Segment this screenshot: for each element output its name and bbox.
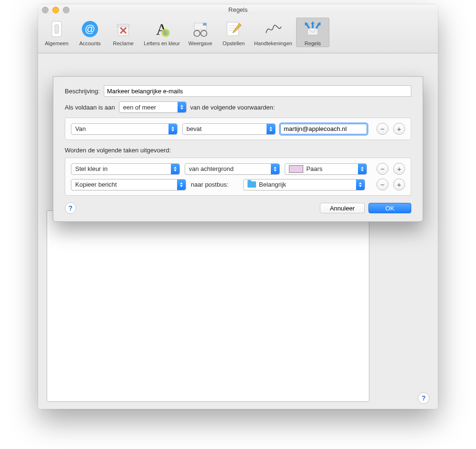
switch-icon [47,20,66,39]
letter-a-color-icon: A [152,20,171,39]
svg-point-13 [201,30,207,37]
prefs-toolbar: Algemeen @ Accounts Reclame [38,15,438,53]
cancel-button[interactable]: Annuleer [320,203,365,213]
remove-condition-button[interactable]: − [377,123,388,135]
titlebar: Regels [38,4,438,15]
rule-edit-sheet: Beschrijving: Als voldaan is aan een of … [53,76,423,222]
action-type-select[interactable]: Stel kleur in [71,163,180,175]
description-label: Beschrijving: [65,88,100,95]
tab-fonts-colors[interactable]: A Letters en kleur [140,18,184,47]
match-mode-select[interactable]: een of meer [119,101,187,113]
conditions-group: Van bevat − + [65,118,411,140]
action-type-select[interactable]: Kopieer bericht [71,179,186,190]
actions-label: Worden de volgende taken uitgevoerd: [65,147,411,154]
tab-general[interactable]: Algemeen [40,18,73,47]
window-title: Regels [228,6,248,13]
tab-composing[interactable]: Opstellen [217,18,250,47]
help-button[interactable]: ? [418,392,429,404]
svg-text:@: @ [85,23,95,35]
close-window-button[interactable] [42,7,49,13]
action-row: Kopieer bericht naar postbus: Belangrijk… [71,179,405,190]
rules-list[interactable] [47,210,369,402]
sheet-help-button[interactable]: ? [65,202,76,214]
svg-rect-5 [117,24,129,27]
description-input[interactable] [104,85,411,97]
action-mailbox-select[interactable]: Belangrijk [243,179,365,190]
actions-group: Stel kleur in van achtergrond Paars − + [65,158,411,196]
folder-icon [248,181,256,188]
action-color-select[interactable]: Paars [285,163,367,175]
glasses-envelope-icon [191,20,210,39]
tab-rules[interactable]: Regels [296,18,329,47]
at-sign-icon: @ [80,20,99,39]
zoom-window-button[interactable] [63,7,69,13]
signature-icon [264,20,283,39]
remove-action-button[interactable]: − [377,163,388,175]
remove-action-button[interactable]: − [377,179,388,190]
rules-arrows-envelope-icon [303,20,322,39]
tab-viewing[interactable]: Weergave [184,18,217,47]
svg-point-9 [161,29,170,37]
tab-signatures[interactable]: Handtekeningen [250,18,296,47]
svg-marker-21 [311,21,314,24]
condition-value-input[interactable] [280,124,367,134]
compose-pencil-icon [224,20,243,39]
add-condition-button[interactable]: + [393,123,405,135]
condition-operator-select[interactable]: bevat [182,123,276,135]
svg-point-12 [194,30,200,37]
svg-rect-1 [55,25,59,33]
action-arg-select[interactable]: van achtergrond [185,163,280,175]
conditions-prefix: Als voldaan is aan [65,104,115,111]
junk-bin-icon [114,20,133,39]
conditions-suffix: van de volgende voorwaarden: [190,104,275,111]
add-action-button[interactable]: + [393,179,405,190]
tab-junk[interactable]: Reclame [107,18,140,47]
action-row: Stel kleur in van achtergrond Paars − + [71,163,405,175]
minimize-window-button[interactable] [52,7,59,13]
ok-button[interactable]: OK [368,203,411,213]
action-arg-label: naar postbus: [191,181,238,188]
color-swatch-icon [289,165,303,173]
add-action-button[interactable]: + [393,163,405,175]
condition-row: Van bevat − + [71,123,405,135]
svg-rect-11 [203,23,206,25]
tab-accounts[interactable]: @ Accounts [73,18,107,47]
condition-field-select[interactable]: Van [71,123,178,135]
